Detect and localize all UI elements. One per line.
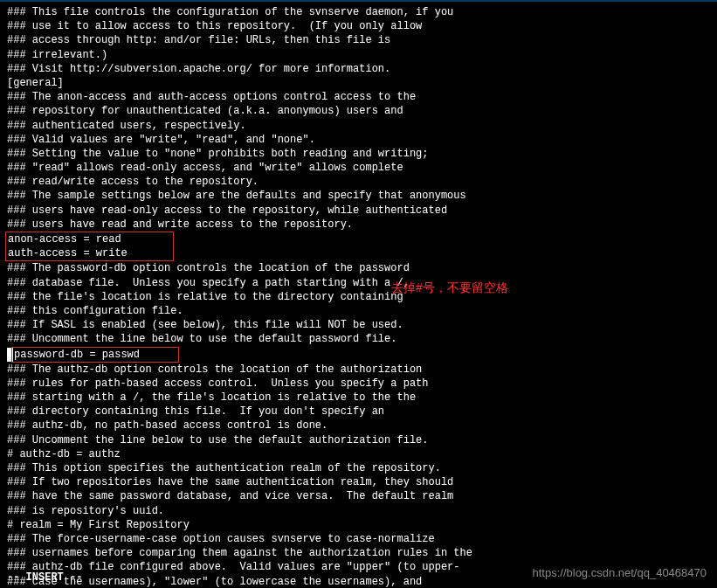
config-line: ### rules for path-based access control.… (7, 377, 710, 391)
config-line: # authz-db = authz (7, 447, 710, 461)
config-line: ### directory containing this file. If y… (7, 405, 710, 419)
editor-content[interactable]: ### This file controls the configuration… (7, 3, 710, 588)
config-line: ### the file's location is relative to t… (7, 290, 710, 304)
vim-mode-status: -- INSERT -- (7, 571, 82, 585)
config-line: ### starting with a /, the file's locati… (7, 391, 710, 405)
config-line: ### access through http: and/or file: UR… (7, 33, 710, 47)
config-line: ### irrelevant.) (7, 48, 710, 62)
config-line: ### "read" allows read-only access, and … (7, 161, 710, 175)
config-line: ### Setting the value to "none" prohibit… (7, 147, 710, 161)
config-line: ### The force-username-case option cause… (7, 532, 710, 546)
config-line: ### Uncomment the line below to use the … (7, 433, 710, 447)
highlighted-access-lines: anon-access = read auth-access = write (7, 232, 710, 261)
config-line: ### The authz-db option controls the loc… (7, 363, 710, 377)
config-line: ### The anon-access and auth-access opti… (7, 90, 710, 104)
config-line: [general] (7, 76, 710, 90)
config-line: ### The sample settings below are the de… (7, 189, 710, 203)
watermark-url: https://blog.csdn.net/qq_40468470 (533, 565, 707, 581)
config-line: ### The password-db option controls the … (7, 261, 710, 275)
config-line: ### repository for unauthenticated (a.k.… (7, 104, 710, 118)
config-line: ### usernames before comparing them agai… (7, 546, 710, 560)
config-line: ### If two repositories have the same au… (7, 475, 710, 489)
config-line: ### Valid values are "write", "read", an… (7, 133, 710, 147)
config-line: ### authz-db, no path-based access contr… (7, 419, 710, 432)
config-line: ### This option specifies the authentica… (7, 461, 710, 475)
config-line: ### If SASL is enabled (see below), this… (7, 318, 710, 332)
config-line: ### Visit http://subversion.apache.org/ … (7, 62, 710, 76)
config-line: ### read/write access to the repository. (7, 175, 710, 189)
config-line: ### This file controls the configuration… (7, 5, 710, 19)
config-line: ### this configuration file. (7, 304, 710, 318)
config-line: # realm = My First Repository (7, 518, 710, 532)
window-top-border (0, 0, 717, 2)
highlighted-passwd-line: password-db = passwd (7, 347, 710, 363)
config-line: ### users have read-only access to the r… (7, 204, 710, 218)
config-line: ### Uncomment the line below to use the … (7, 332, 710, 346)
config-line: ### authenticated users, respectively. (7, 119, 710, 133)
config-line: ### is repository's uuid. (7, 504, 710, 518)
config-line: ### have the same password database, and… (7, 489, 710, 503)
config-line: ### use it to allow access to this repos… (7, 19, 710, 33)
annotation-text: 去掉#号，不要留空格 (391, 280, 508, 296)
config-line: ### database file. Unless you specify a … (7, 276, 710, 290)
config-line: ### users have read and write access to … (7, 218, 710, 232)
